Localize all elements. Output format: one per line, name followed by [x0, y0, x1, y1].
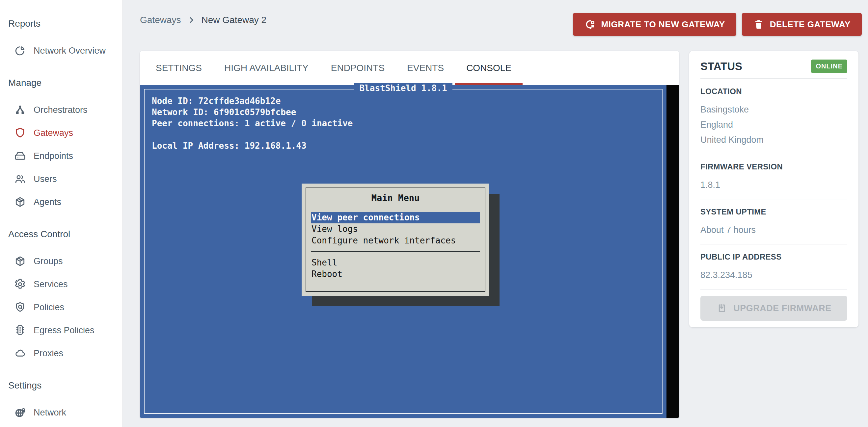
menu-item-reboot[interactable]: Reboot	[311, 268, 480, 280]
sidebar-item-label: Gateways	[34, 128, 73, 138]
sidebar-item-label: Network Overview	[34, 46, 106, 56]
console-right-strip	[666, 85, 679, 418]
status-field-firmware-version: FIRMWARE VERSION 1.8.1	[701, 154, 847, 199]
migrate-button-label: MIGRATE TO NEW GATEWAY	[601, 20, 725, 30]
console-main-menu-dialog: Main Menu View peer connections View log…	[302, 184, 489, 296]
cloud-icon	[14, 347, 26, 360]
status-header: STATUS ONLINE	[701, 51, 847, 79]
trash-icon	[753, 19, 764, 30]
sidebar-item-users[interactable]: Users	[0, 170, 123, 188]
sidebar-heading-settings: Settings	[8, 379, 123, 392]
sidebar-item-label: Users	[34, 174, 57, 184]
sidebar-item-network[interactable]: Network	[0, 403, 123, 422]
migrate-to-new-gateway-button[interactable]: MIGRATE TO NEW GATEWAY	[573, 13, 736, 36]
package-icon	[14, 196, 26, 208]
migrate-icon	[584, 19, 595, 30]
menu-item-configure-network-interfaces[interactable]: Configure network interfaces	[311, 235, 480, 247]
sidebar-item-label: Orchestrators	[34, 105, 88, 115]
pie-chart-icon	[14, 44, 26, 57]
delete-gateway-button[interactable]: DELETE GATEWAY	[742, 13, 862, 36]
sidebar-item-label: Groups	[34, 256, 63, 266]
sidebar-item-proxies[interactable]: Proxies	[0, 344, 123, 363]
status-field-location: LOCATION Basingstoke England United King…	[701, 79, 847, 154]
upgrade-button-label: UPGRADE FIRMWARE	[733, 303, 832, 314]
field-value: Basingstoke	[701, 102, 847, 117]
console-output: Node ID: 72cffde3ad46b12e Network ID: 6f…	[145, 90, 662, 151]
menu-item-view-logs[interactable]: View logs	[311, 223, 480, 235]
sidebar-heading-reports: Reports	[8, 17, 123, 30]
sidebar-item-label: Proxies	[34, 349, 63, 359]
menu-separator	[311, 251, 480, 252]
tab-endpoints[interactable]: ENDPOINTS	[320, 51, 396, 85]
sidebar-item-label: Agents	[34, 197, 61, 207]
sidebar-item-endpoints[interactable]: Endpoints	[0, 147, 123, 165]
sidebar: Reports Network Overview Manage Orchestr…	[0, 0, 123, 427]
menu-item-view-peer-connections[interactable]: View peer connections	[311, 212, 480, 223]
tab-settings[interactable]: SETTINGS	[145, 51, 213, 85]
field-value: About 7 hours	[701, 222, 847, 237]
sidebar-item-label: Egress Policies	[34, 325, 94, 335]
status-title: STATUS	[701, 60, 742, 73]
console-line: Node ID: 72cffde3ad46b12e	[152, 95, 662, 107]
globe-lock-icon	[14, 406, 26, 419]
breadcrumb-current: New Gateway 2	[202, 15, 267, 25]
sidebar-item-agents[interactable]: Agents	[0, 193, 123, 211]
field-label: FIRMWARE VERSION	[701, 162, 847, 171]
sidebar-item-services[interactable]: Services	[0, 275, 123, 293]
shield-icon	[14, 127, 26, 139]
tab-bar: SETTINGS HIGH AVAILABILITY ENDPOINTS EVE…	[140, 51, 679, 85]
sidebar-item-label: Endpoints	[34, 151, 73, 161]
field-value: 1.8.1	[701, 177, 847, 192]
sidebar-item-label: Network	[34, 407, 66, 418]
status-card: STATUS ONLINE LOCATION Basingstoke Engla…	[689, 51, 859, 327]
sidebar-item-gateways[interactable]: Gateways	[0, 124, 123, 142]
console-line	[152, 129, 662, 140]
chevron-right-icon	[187, 16, 195, 24]
tab-high-availability[interactable]: HIGH AVAILABILITY	[213, 51, 320, 85]
upgrade-firmware-button[interactable]: UPGRADE FIRMWARE	[701, 296, 847, 321]
sidebar-item-orchestrators[interactable]: Orchestrators	[0, 101, 123, 119]
menu-item-shell[interactable]: Shell	[311, 257, 480, 268]
shield-search-icon	[14, 301, 26, 314]
traffic-light-icon	[14, 324, 26, 336]
sidebar-item-label: Services	[34, 279, 68, 290]
field-value: England	[701, 117, 847, 132]
console-line: Peer connections: 1 active / 0 inactive	[152, 118, 662, 129]
field-value: 82.3.234.185	[701, 267, 847, 283]
status-field-system-uptime: SYSTEM UPTIME About 7 hours	[701, 199, 847, 244]
field-label: LOCATION	[701, 87, 847, 96]
gear-icon	[14, 278, 26, 291]
console-panel: BlastShield 1.8.1 Node ID: 72cffde3ad46b…	[140, 85, 679, 418]
console-main-menu-frame: Main Menu View peer connections View log…	[306, 188, 485, 292]
tab-events[interactable]: EVENTS	[396, 51, 455, 85]
sidebar-item-network-overview[interactable]: Network Overview	[0, 41, 123, 60]
sidebar-item-egress-policies[interactable]: Egress Policies	[0, 321, 123, 339]
status-field-public-ip: PUBLIC IP ADDRESS 82.3.234.185	[701, 244, 847, 290]
online-status-badge: ONLINE	[811, 60, 847, 73]
breadcrumb-gateways-link[interactable]: Gateways	[140, 15, 181, 25]
hierarchy-icon	[14, 104, 26, 116]
console-line: Local IP Address: 192.168.1.43	[152, 140, 662, 151]
sidebar-heading-access-control: Access Control	[8, 228, 123, 241]
field-label: SYSTEM UPTIME	[701, 207, 847, 217]
main-menu-title: Main Menu	[311, 193, 480, 203]
gateway-detail-card: SETTINGS HIGH AVAILABILITY ENDPOINTS EVE…	[140, 51, 679, 418]
tab-console[interactable]: CONSOLE	[455, 51, 523, 85]
field-value: United Kingdom	[701, 132, 847, 147]
console-title: BlastShield 1.8.1	[354, 83, 452, 93]
top-actions: MIGRATE TO NEW GATEWAY DELETE GATEWAY	[573, 13, 862, 36]
delete-button-label: DELETE GATEWAY	[770, 20, 850, 30]
sidebar-item-label: Policies	[34, 302, 64, 313]
console-screen[interactable]: BlastShield 1.8.1 Node ID: 72cffde3ad46b…	[140, 85, 666, 418]
sidebar-heading-manage: Manage	[8, 76, 123, 90]
server-icon	[14, 150, 26, 162]
field-label: PUBLIC IP ADDRESS	[701, 252, 847, 262]
cube-icon	[14, 255, 26, 267]
breadcrumb: Gateways New Gateway 2	[140, 12, 267, 28]
sidebar-item-groups[interactable]: Groups	[0, 252, 123, 270]
download-icon	[716, 303, 727, 314]
users-icon	[14, 173, 26, 185]
console-line: Network ID: 6f901c0579bfcbee	[152, 107, 662, 118]
sidebar-item-policies[interactable]: Policies	[0, 298, 123, 317]
